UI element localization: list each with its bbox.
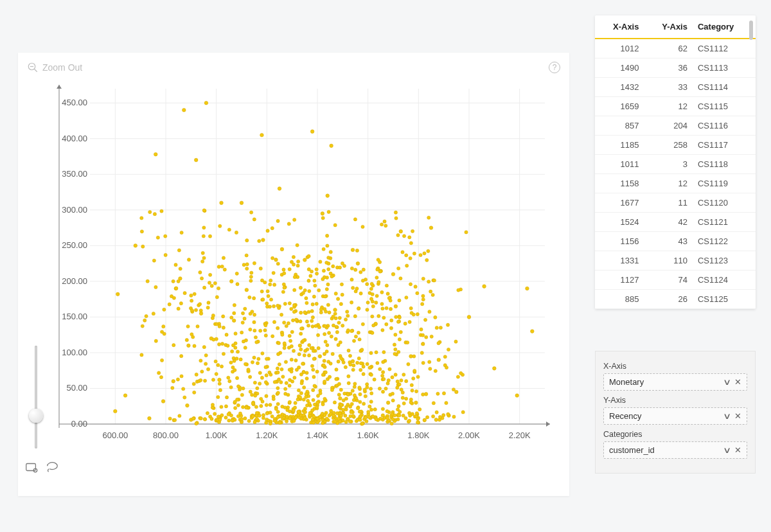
chevron-down-icon[interactable]: ∨ — [723, 445, 732, 455]
svg-point-782 — [294, 416, 297, 419]
svg-point-1078 — [245, 239, 249, 242]
svg-point-455 — [323, 332, 326, 335]
table-row[interactable]: 167711CS1120 — [595, 193, 756, 213]
svg-point-916 — [279, 380, 283, 384]
cell-x: 1158 — [595, 174, 644, 193]
svg-point-421 — [364, 395, 367, 398]
svg-point-671 — [381, 390, 384, 393]
close-icon[interactable]: ✕ — [734, 411, 741, 421]
svg-point-1173 — [270, 227, 274, 230]
cell-cat: CS1114 — [693, 78, 756, 97]
field-well[interactable]: Recency∨✕ — [603, 407, 747, 425]
svg-point-1191 — [332, 324, 335, 327]
col-header-cat[interactable]: Category — [693, 15, 756, 39]
svg-point-1210 — [248, 296, 251, 299]
svg-point-523 — [312, 357, 315, 360]
table-row[interactable]: 857204CS1116 — [595, 116, 756, 136]
svg-point-1195 — [325, 350, 328, 353]
svg-point-958 — [269, 422, 272, 425]
table-row[interactable]: 115643CS1122 — [595, 232, 756, 251]
field-well[interactable]: customer_id∨✕ — [603, 441, 747, 459]
svg-point-1072 — [215, 337, 218, 341]
svg-point-1212 — [265, 374, 268, 377]
svg-point-898 — [231, 419, 234, 422]
svg-point-1199 — [321, 278, 324, 281]
col-header-x[interactable]: X-Axis — [595, 15, 644, 39]
svg-point-1103 — [218, 324, 221, 328]
svg-point-1111 — [251, 310, 254, 313]
svg-point-1117 — [202, 235, 205, 238]
table-row[interactable]: 152442CS1121 — [595, 213, 756, 232]
svg-point-944 — [224, 416, 227, 419]
svg-point-1234 — [382, 350, 386, 353]
zoom-slider-handle[interactable] — [29, 409, 43, 423]
svg-point-189 — [294, 359, 297, 362]
svg-point-84 — [483, 285, 486, 288]
svg-point-926 — [350, 301, 353, 304]
table-row[interactable]: 149036CS1113 — [595, 58, 756, 78]
svg-point-1239 — [288, 378, 291, 382]
rectangle-select-icon[interactable] — [24, 460, 39, 474]
table-row[interactable]: 101262CS1112 — [595, 39, 756, 58]
svg-point-335 — [217, 342, 220, 346]
zoom-slider[interactable] — [35, 346, 37, 448]
svg-point-511 — [403, 322, 407, 325]
svg-point-260 — [199, 417, 202, 420]
table-row[interactable]: 1185258CS1117 — [595, 136, 756, 155]
svg-point-882 — [209, 273, 212, 276]
svg-point-123 — [386, 401, 390, 405]
svg-point-1206 — [153, 213, 156, 216]
svg-point-881 — [335, 412, 339, 415]
svg-point-593 — [325, 417, 328, 420]
svg-point-288 — [347, 349, 350, 352]
svg-point-1152 — [244, 307, 247, 310]
chevron-down-icon[interactable]: ∨ — [723, 377, 732, 387]
svg-point-1138 — [429, 290, 432, 293]
cell-cat: CS1112 — [693, 39, 756, 58]
lasso-select-icon[interactable] — [45, 460, 59, 474]
svg-point-628 — [263, 281, 267, 284]
table-row[interactable]: 88526CS1125 — [595, 290, 756, 309]
col-header-y[interactable]: Y-Axis — [644, 15, 693, 39]
table-row[interactable]: 112774CS1124 — [595, 270, 756, 290]
svg-point-688 — [351, 368, 355, 371]
field-value: Recency — [609, 411, 642, 421]
svg-point-353 — [328, 311, 331, 314]
table-scrollbar[interactable] — [749, 21, 753, 40]
plot-area[interactable]: 600.00800.001.00K1.20K1.40K1.60K1.80K2.0… — [40, 80, 555, 452]
svg-point-1131 — [359, 270, 362, 274]
svg-point-408 — [235, 272, 238, 275]
svg-point-416 — [334, 337, 337, 341]
svg-point-581 — [269, 403, 272, 406]
svg-point-1054 — [159, 375, 163, 378]
field-well[interactable]: Monetary∨✕ — [603, 373, 747, 391]
svg-point-140 — [358, 386, 361, 389]
close-icon[interactable]: ✕ — [734, 445, 741, 455]
svg-point-1124 — [362, 373, 365, 376]
svg-point-503 — [398, 414, 401, 417]
svg-point-814 — [303, 353, 306, 357]
svg-point-167 — [346, 314, 350, 317]
zoom-out-button[interactable]: Zoom Out — [27, 62, 82, 73]
svg-point-1135 — [202, 226, 206, 229]
svg-point-1155 — [429, 367, 432, 370]
close-icon[interactable]: ✕ — [734, 377, 741, 387]
table-row[interactable]: 143233CS1114 — [595, 78, 756, 97]
table-row[interactable]: 115812CS1119 — [595, 174, 756, 193]
svg-point-622 — [410, 311, 413, 314]
svg-point-1046 — [411, 229, 414, 233]
cell-y: 258 — [644, 136, 693, 155]
table-row[interactable]: 1331110CS1123 — [595, 251, 756, 270]
svg-point-1215 — [206, 368, 209, 371]
chevron-down-icon[interactable]: ∨ — [723, 411, 732, 421]
table-row[interactable]: 10113CS1118 — [595, 155, 756, 174]
svg-point-1024 — [190, 294, 193, 297]
table-row[interactable]: 165912CS1115 — [595, 97, 756, 116]
svg-point-578 — [264, 334, 267, 337]
help-icon[interactable]: ? — [549, 62, 560, 73]
svg-point-689 — [222, 352, 225, 355]
svg-point-1080 — [145, 315, 148, 318]
svg-point-789 — [213, 412, 217, 416]
svg-point-697 — [409, 398, 412, 401]
svg-point-835 — [365, 420, 368, 423]
